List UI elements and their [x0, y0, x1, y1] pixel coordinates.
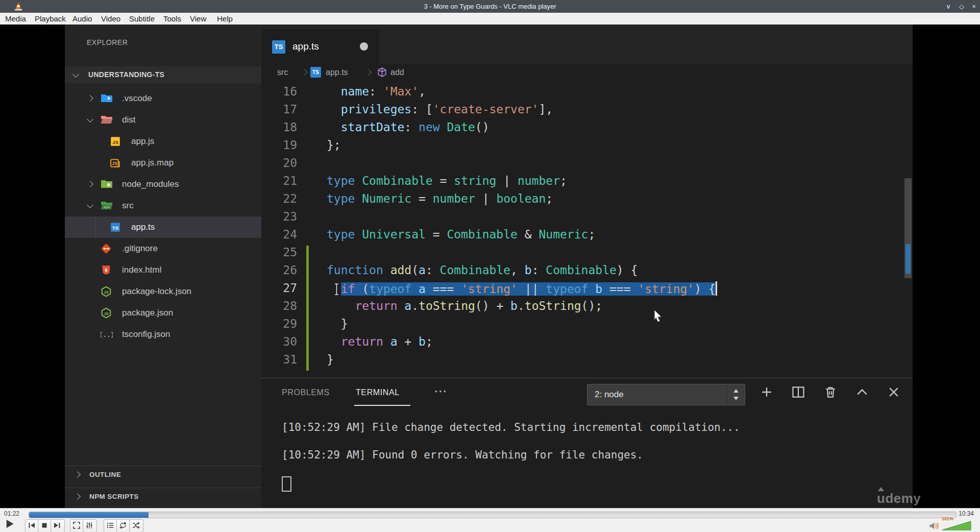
menu-playback[interactable]: Playback — [35, 13, 66, 25]
window-title: 3 - More on Type Guards - VLC media play… — [0, 0, 980, 13]
video-frame[interactable]: EXPLORER UNDERSTANDING-TS .vscodedistJSa… — [0, 25, 980, 508]
close-button[interactable]: × — [968, 0, 980, 13]
menu-view[interactable]: View — [190, 13, 206, 25]
time-total: 10:34 — [959, 510, 974, 517]
chevron-right-icon — [87, 181, 93, 187]
tree-item--gitignore[interactable]: .gitignore — [65, 238, 261, 259]
code-line-30[interactable]: 30 return a + b; — [261, 335, 913, 353]
code-text: name: 'Max', — [327, 85, 426, 103]
tree-item-label: app.js — [131, 131, 154, 152]
chevron-down-icon — [72, 71, 79, 78]
section-label: NPM SCRIPTS — [89, 488, 139, 505]
chevron-right-icon — [74, 493, 81, 500]
next-button[interactable] — [51, 519, 65, 532]
code-line-19[interactable]: 19}; — [261, 138, 913, 156]
extended-settings-button[interactable] — [83, 519, 97, 532]
tree-item-dist[interactable]: dist — [65, 109, 261, 131]
shell-select-value: 2: node — [595, 384, 624, 405]
volume-slider[interactable] — [942, 521, 971, 532]
menu-tools[interactable]: Tools — [163, 13, 181, 25]
mouse-cursor — [653, 309, 664, 325]
sidebar-section-outline[interactable]: OUTLINE — [65, 466, 261, 483]
menu-audio[interactable]: Audio — [72, 13, 92, 25]
svg-text:JS: JS — [104, 311, 108, 316]
new-terminal-button[interactable] — [760, 385, 777, 402]
terminal-tab-problems[interactable]: PROBLEMS — [282, 384, 330, 401]
svg-text:TS: TS — [112, 225, 119, 231]
minimize-button[interactable]: ∨ — [942, 0, 954, 13]
stop-button[interactable] — [38, 519, 52, 532]
line-number: 24 — [261, 228, 297, 246]
breadcrumb-symbol[interactable]: add — [390, 64, 404, 81]
file-tsconfig-icon: {..} — [101, 329, 112, 340]
workspace-header[interactable]: UNDERSTANDING-TS — [65, 66, 261, 83]
tree-item-package-lock-json[interactable]: JSpackage-lock.json — [65, 281, 261, 302]
code-line-16[interactable]: 16 name: 'Max', — [261, 85, 913, 103]
tab-label: app.ts — [292, 29, 319, 64]
code-line-28[interactable]: 28 return a.toString() + b.toString(); — [261, 299, 913, 317]
code-line-29[interactable]: 29 } — [261, 317, 913, 335]
code-text: if (typeof a === 'string' || typeof b ==… — [327, 281, 717, 299]
tree-item-tsconfig-json[interactable]: {..}tsconfig.json — [65, 324, 261, 345]
maximize-panel-button[interactable] — [855, 385, 872, 402]
tree-item-node-modules[interactable]: node_modules — [65, 174, 261, 195]
kill-terminal-button[interactable] — [823, 385, 841, 402]
loop-button[interactable] — [116, 519, 131, 532]
code-line-18[interactable]: 18 startDate: new Date() — [261, 120, 913, 138]
breadcrumb-src[interactable]: src — [277, 64, 288, 81]
code-text: } — [327, 317, 348, 335]
fullscreen-button[interactable] — [70, 519, 84, 532]
code-text: type Universal = Combinable & Numeric; — [327, 228, 595, 246]
editor-group: TS app.ts src TS app.ts add — [261, 25, 913, 508]
code-line-23[interactable]: 23 — [261, 210, 913, 228]
playlist-button[interactable] — [104, 519, 118, 532]
play-button[interactable] — [3, 517, 18, 532]
indent-guide — [95, 216, 96, 238]
code-line-21[interactable]: 21type Combinable = string | number; — [261, 174, 913, 192]
tree-item-app-ts[interactable]: TSapp.ts — [65, 216, 261, 238]
breadcrumb-file[interactable]: app.ts — [326, 64, 348, 81]
tree-item-src[interactable]: </>src — [65, 195, 261, 216]
code-line-27[interactable]: 27 if (typeof a === 'string' || typeof b… — [261, 281, 913, 299]
code-text: type Combinable = string | number; — [327, 174, 567, 192]
code-line-25[interactable]: 25 — [261, 246, 913, 263]
menu-help[interactable]: Help — [217, 13, 233, 25]
ts-file-icon: TS — [310, 67, 321, 78]
file-node-icon: JS — [101, 307, 112, 319]
previous-button[interactable] — [25, 519, 39, 532]
close-panel-button[interactable] — [887, 385, 904, 402]
terminal-shell-select[interactable]: 2: node — [587, 384, 745, 405]
code-line-26[interactable]: 26function add(a: Combinable, b: Combina… — [261, 263, 913, 281]
tree-item-package-json[interactable]: JSpackage.json — [65, 302, 261, 324]
modified-gutter-indicator — [306, 281, 309, 299]
random-button[interactable] — [129, 519, 143, 532]
code-line-17[interactable]: 17 privileges: ['create-server'], — [261, 103, 913, 120]
tree-item-app-js-map[interactable]: JSapp.js.map — [65, 152, 261, 174]
code-line-24[interactable]: 24type Universal = Combinable & Numeric; — [261, 228, 913, 246]
line-number: 16 — [261, 85, 297, 103]
unsaved-dot-icon[interactable] — [360, 42, 368, 51]
tab-app-ts[interactable]: TS app.ts — [262, 29, 379, 64]
tree-item--vscode[interactable]: .vscode — [65, 88, 261, 109]
terminal-tab-terminal[interactable]: TERMINAL — [356, 384, 400, 401]
speaker-icon[interactable] — [929, 521, 940, 532]
code-editor[interactable]: 16 name: 'Max',17 privileges: ['create-s… — [261, 81, 913, 378]
code-line-20[interactable]: 20 — [261, 156, 913, 174]
split-terminal-button[interactable] — [791, 385, 808, 402]
more-tabs-icon[interactable]: ⋯ — [434, 383, 447, 399]
sidebar-section-npm-scripts[interactable]: NPM SCRIPTS — [65, 488, 261, 505]
seek-bar[interactable] — [29, 512, 957, 518]
code-line-22[interactable]: 22type Numeric = number | boolean; — [261, 192, 913, 210]
tree-item-app-js[interactable]: JSapp.js — [65, 131, 261, 152]
code-line-31[interactable]: 31} — [261, 353, 913, 371]
menu-video[interactable]: Video — [101, 13, 120, 25]
time-elapsed: 01:22 — [4, 510, 19, 517]
maximize-button[interactable]: ◇ — [955, 0, 968, 13]
line-number: 21 — [261, 174, 297, 192]
editor-caret — [716, 281, 717, 296]
menu-media[interactable]: Media — [5, 13, 26, 25]
explorer-title: EXPLORER — [87, 38, 128, 46]
vlc-controls-bar: 01:22 10:34 101% — [0, 508, 980, 532]
tree-item-index-html[interactable]: 5index.html — [65, 259, 261, 281]
menu-subtitle[interactable]: Subtitle — [129, 13, 155, 25]
